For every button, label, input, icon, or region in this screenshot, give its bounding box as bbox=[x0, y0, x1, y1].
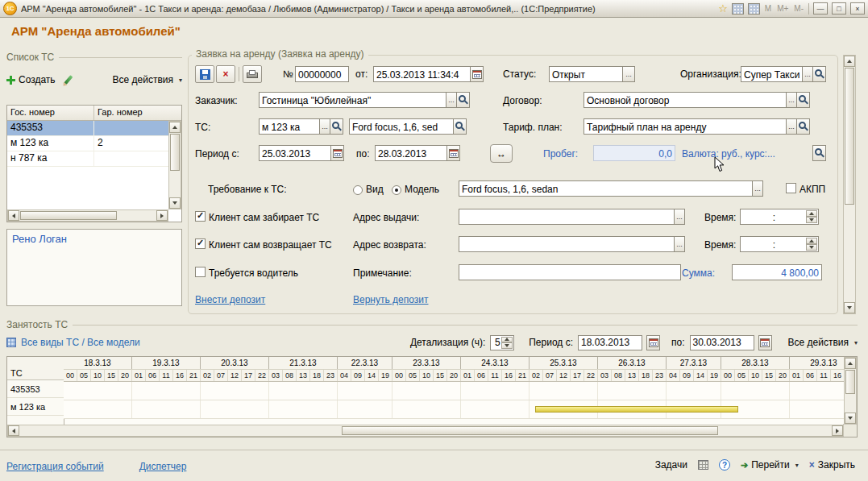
date-input[interactable]: 25.03.2013 11:34:4 bbox=[373, 66, 471, 82]
return-address-input[interactable] bbox=[459, 236, 675, 252]
contract-input[interactable]: Основной договор bbox=[584, 92, 787, 108]
period-from-input[interactable]: 25.03.2013 bbox=[259, 145, 331, 161]
return-checkbox[interactable] bbox=[195, 238, 206, 249]
return-label[interactable]: Клиент сам возвращает ТС bbox=[209, 239, 332, 251]
edit-button[interactable] bbox=[67, 75, 70, 85]
spin-up-icon[interactable] bbox=[806, 238, 817, 244]
occupancy-all-actions-button[interactable]: Все действия ▾ bbox=[788, 337, 858, 348]
close-form-button[interactable]: × Закрыть bbox=[809, 459, 855, 471]
calculator-icon[interactable] bbox=[748, 3, 760, 15]
occupancy-to-calendar-button[interactable] bbox=[758, 335, 772, 350]
occupancy-period-to-input[interactable]: 30.03.2013 bbox=[690, 335, 754, 350]
organization-select-button[interactable]: ... bbox=[802, 66, 813, 82]
pickup-checkbox[interactable] bbox=[195, 211, 206, 222]
table-row[interactable]: м 123 ка2 bbox=[7, 136, 168, 151]
radio-kind-label[interactable]: Вид bbox=[366, 184, 384, 195]
period-from-calendar-button[interactable] bbox=[330, 145, 344, 161]
goto-button[interactable]: ➔ Перейти ▾ bbox=[741, 459, 799, 471]
contract-select-button[interactable]: ... bbox=[786, 92, 797, 108]
detail-hours-input[interactable]: 5 bbox=[490, 335, 514, 350]
customer-search-button[interactable] bbox=[456, 92, 470, 108]
memory-m-button[interactable]: M bbox=[764, 4, 772, 13]
gantt-hscrollbar[interactable] bbox=[7, 425, 844, 437]
calculator-icon[interactable] bbox=[698, 460, 708, 470]
vehicle-list-all-actions-button[interactable]: Все действия ▾ bbox=[113, 74, 182, 85]
akpp-checkbox[interactable] bbox=[786, 183, 796, 193]
spin-down-icon[interactable] bbox=[806, 217, 817, 223]
save-button[interactable] bbox=[195, 65, 214, 83]
driver-label[interactable]: Требуется водитель bbox=[209, 267, 298, 279]
pickup-address-input[interactable] bbox=[459, 209, 675, 225]
memory-mminus-button[interactable]: M- bbox=[793, 4, 804, 13]
scroll-left-icon[interactable] bbox=[8, 210, 19, 221]
vehicle-select-button[interactable]: ... bbox=[319, 118, 330, 135]
return-time-input[interactable]: : bbox=[740, 236, 819, 252]
status-input[interactable]: Открыт bbox=[549, 66, 623, 82]
scrollbar-thumb[interactable] bbox=[20, 211, 117, 220]
detail-hours-spinner[interactable] bbox=[501, 337, 513, 349]
scrollbar-thumb[interactable] bbox=[845, 68, 854, 205]
date-calendar-button[interactable] bbox=[470, 66, 484, 82]
scrollbar-thumb[interactable] bbox=[845, 370, 855, 394]
occupancy-period-from-input[interactable]: 18.03.2013 bbox=[578, 335, 642, 350]
contract-search-button[interactable] bbox=[796, 92, 810, 108]
spin-down-icon[interactable] bbox=[806, 244, 817, 251]
deposit-return-link[interactable]: Вернуть депозит bbox=[353, 294, 428, 305]
maximize-button[interactable]: □ bbox=[832, 2, 846, 15]
scroll-left-icon[interactable] bbox=[8, 425, 19, 436]
scrollbar-thumb[interactable] bbox=[342, 426, 717, 435]
currency-search-button[interactable] bbox=[812, 145, 826, 161]
calendar-icon[interactable] bbox=[732, 3, 744, 15]
deposit-add-link[interactable]: Внести депозит bbox=[195, 294, 265, 305]
vehicle-table-hscrollbar[interactable] bbox=[7, 209, 168, 222]
help-icon[interactable]: ? bbox=[719, 459, 730, 471]
spin-down-icon[interactable] bbox=[501, 342, 513, 349]
form-vscrollbar[interactable] bbox=[843, 55, 856, 314]
status-select-button[interactable]: ... bbox=[622, 66, 635, 82]
vehicle-table-vscrollbar[interactable] bbox=[168, 121, 181, 209]
period-to-input[interactable]: 28.03.2013 bbox=[375, 145, 447, 161]
table-row[interactable]: 435353 bbox=[7, 121, 168, 136]
tariff-input[interactable]: Тарифный план на аренду bbox=[584, 118, 787, 135]
vehicle-search-button[interactable] bbox=[330, 118, 343, 135]
tariff-select-button[interactable]: ... bbox=[786, 118, 797, 135]
organization-search-button[interactable] bbox=[812, 66, 826, 82]
gantt-bar[interactable] bbox=[535, 406, 738, 413]
pickup-time-input[interactable]: : bbox=[740, 209, 819, 225]
vehicle-model-input[interactable]: Ford focus, 1,6, sed bbox=[349, 118, 454, 135]
scrollbar-thumb[interactable] bbox=[170, 134, 180, 171]
table-row[interactable]: н 787 ка bbox=[7, 151, 168, 167]
memory-mplus-button[interactable]: M+ bbox=[776, 4, 789, 13]
gantt-chart-area[interactable]: 18.3.1319.3.1320.3.1321.3.1322.3.1323.3.… bbox=[64, 357, 844, 425]
spin-up-icon[interactable] bbox=[501, 337, 513, 343]
delete-button[interactable]: × bbox=[216, 65, 235, 83]
close-window-button[interactable]: × bbox=[850, 2, 865, 15]
column-header-gar-nomer[interactable]: Гар. номер bbox=[94, 106, 168, 120]
spin-up-icon[interactable] bbox=[806, 210, 817, 217]
return-time-spinner[interactable] bbox=[806, 238, 817, 251]
gantt-row[interactable] bbox=[64, 382, 844, 400]
customer-input[interactable]: Гостиница "Юбилейная" bbox=[259, 92, 446, 108]
scroll-right-icon[interactable] bbox=[832, 425, 843, 436]
vehicle-model-search-button[interactable] bbox=[453, 118, 467, 135]
radio-model-label[interactable]: Модель bbox=[405, 184, 439, 195]
period-to-calendar-button[interactable] bbox=[446, 145, 460, 161]
print-button[interactable] bbox=[243, 65, 262, 83]
organization-input[interactable]: Супер Такси bbox=[741, 66, 803, 82]
column-header-gos-nomer[interactable]: Гос. номер bbox=[7, 106, 94, 120]
radio-kind[interactable] bbox=[353, 185, 363, 195]
create-button[interactable]: Создать bbox=[6, 74, 56, 85]
favorites-star-icon[interactable]: ☆ bbox=[718, 3, 728, 14]
driver-checkbox[interactable] bbox=[195, 267, 206, 277]
minimize-button[interactable]: — bbox=[813, 2, 828, 15]
scroll-down-icon[interactable] bbox=[169, 197, 181, 209]
radio-model[interactable] bbox=[392, 185, 401, 195]
scroll-up-icon[interactable] bbox=[169, 122, 181, 133]
tasks-button[interactable]: Задачи bbox=[655, 459, 687, 471]
vehicle-input[interactable]: м 123 ка bbox=[259, 118, 320, 135]
scroll-up-icon[interactable] bbox=[844, 56, 855, 67]
currency-link[interactable]: Валюта: руб., курс:... bbox=[682, 148, 775, 160]
pickup-label[interactable]: Клиент сам забирает ТС bbox=[209, 212, 319, 223]
pickup-time-spinner[interactable] bbox=[806, 210, 817, 223]
akpp-label[interactable]: АКПП bbox=[799, 184, 825, 195]
